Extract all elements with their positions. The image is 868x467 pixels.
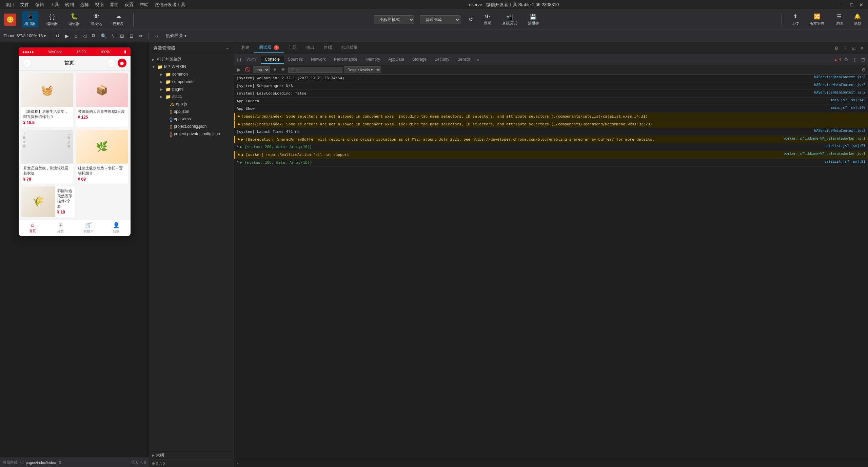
file-more-button[interactable]: ··· <box>225 45 230 51</box>
levels-select[interactable]: Default levels ▾ <box>344 66 381 73</box>
devtools-close-icon[interactable]: ✕ <box>859 45 865 52</box>
dt-tab-performance[interactable]: Performance <box>330 56 361 64</box>
bottom-nav-home[interactable]: ⌂ 首页 <box>19 222 47 234</box>
dt-sidebar-icon[interactable]: ⊡ <box>860 56 867 63</box>
expand-arrow-10[interactable]: ▶ <box>237 144 239 148</box>
mode-select[interactable]: 小程序模式 <box>374 15 414 24</box>
folder-pages[interactable]: ▶ 📁 pages <box>149 85 234 93</box>
expand-button[interactable]: ↔ <box>153 33 160 39</box>
execute-button[interactable]: ▶ <box>236 66 242 73</box>
filter-input[interactable] <box>288 67 342 73</box>
search-button[interactable]: 🔍 <box>99 33 108 39</box>
product-card-5[interactable]: 🌾 韩国制造天然香茅挂件2个装 ¥ 19 <box>21 186 75 217</box>
avatar[interactable]: 😊 <box>4 14 16 26</box>
log-source-1[interactable]: WAServiceMainContext.js:2 <box>814 75 865 79</box>
phone-record-button[interactable]: ⬤ <box>118 59 126 67</box>
log-source-8[interactable]: WAServiceMainContext.js:2 <box>814 129 865 133</box>
cloud-button[interactable]: ☁ 云开发 <box>110 11 126 28</box>
cache-button[interactable]: 💾 清缓存 <box>525 12 542 27</box>
layout-button[interactable]: ⊟ <box>128 33 135 39</box>
file-project-config[interactable]: {} project.config.json <box>149 123 234 130</box>
dt-tab-console[interactable]: Console <box>261 56 284 64</box>
menu-item-project[interactable]: 项目 <box>3 1 17 8</box>
menu-item-help[interactable]: 帮助 <box>137 1 151 8</box>
play-button[interactable]: ▶ <box>64 33 70 39</box>
log-source-2[interactable]: WAServiceMainContext.js:2 <box>814 83 865 87</box>
home-button[interactable]: ⌂ <box>73 33 78 39</box>
console-settings-icon[interactable]: ⚙ <box>862 67 866 73</box>
devtools-expand-icon[interactable]: ⊡ <box>850 45 857 52</box>
rotate-button[interactable]: ↺ <box>54 33 61 39</box>
minimize-button[interactable]: ─ <box>838 1 846 9</box>
log-source-5[interactable]: main.js? [sm]:148 <box>831 106 865 109</box>
menu-item-view[interactable]: 视图 <box>92 1 106 8</box>
dt-tab-more[interactable]: » <box>474 56 482 63</box>
dt-tab-security[interactable]: Security <box>431 56 453 64</box>
copy-button[interactable]: ⧉ <box>91 32 97 39</box>
compile-button[interactable]: ↺ <box>466 15 476 24</box>
dt-tab-network[interactable]: Network <box>307 56 330 64</box>
copy-path-icon[interactable]: ⧉ <box>59 460 61 465</box>
tab-output[interactable]: 输出 <box>301 43 319 53</box>
product-card-2[interactable]: 📦 带滚轮的大容量整理箱2只装 ¥ 125 <box>76 73 128 127</box>
expand-arrow-12[interactable]: ▶ <box>237 160 239 163</box>
open-editors-section[interactable]: ▶ 打开的编辑器 <box>149 56 234 63</box>
project-section[interactable]: ▼ 📁 MP-WEIXIN <box>149 63 234 70</box>
menu-item-wechat[interactable]: 微信开发者工具 <box>152 1 188 8</box>
upload-button[interactable]: ⬆ 上传 <box>789 12 802 27</box>
bottom-nav-category[interactable]: ⊞ 分类 <box>46 222 75 234</box>
file-appjs[interactable]: JS app.js <box>149 100 234 108</box>
product-card-4[interactable]: 🌿 硅藻土吸水地垫＋皂托＋置物托组合 ¥ 69 <box>76 130 128 184</box>
menu-item-edit[interactable]: 编辑 <box>33 1 47 8</box>
visualize-button[interactable]: 👁 可视化 <box>88 12 104 28</box>
log-source-9[interactable]: worker.js?libName=WA_celerateWorker.js:1 <box>784 137 865 140</box>
debugger-button[interactable]: 🐛 调试器 <box>66 11 82 28</box>
maximize-button[interactable]: □ <box>848 1 856 9</box>
dt-more-icon[interactable]: ⋮ <box>851 56 859 63</box>
eye-filter-icon[interactable]: 👁 <box>280 66 287 73</box>
bottom-nav-cart[interactable]: 🛒 购物车 <box>75 222 103 234</box>
version-button[interactable]: 🔀 版本管理 <box>807 12 827 27</box>
product-card-1[interactable]: 🧺 【新疆棉】居家生活美学，阿瓦提长绒棉毛巾 ¥ 18.5 <box>21 73 73 127</box>
dt-tab-wxml[interactable]: Wxml <box>242 56 261 64</box>
dt-settings-icon[interactable]: ⚙ <box>843 56 850 63</box>
log-source-11[interactable]: worker.js?libName=WA_celerateWorker.js:1 <box>784 152 865 156</box>
inspect-icon[interactable]: ⊡ <box>235 56 242 63</box>
log-source-4[interactable]: main.js? [sm]:145 <box>831 98 865 102</box>
file-appjson[interactable]: {} app.json <box>149 108 234 115</box>
tab-debugger[interactable]: 调试器 4 <box>254 43 284 53</box>
menu-item-interface[interactable]: 界面 <box>107 1 121 8</box>
bottom-nav-mine[interactable]: 👤 我的 <box>102 222 131 234</box>
compile-select[interactable]: 普通编译 <box>420 15 460 24</box>
folder-static[interactable]: ▶ 📁 static <box>149 93 234 100</box>
simulator-button[interactable]: 📱 模拟器 <box>22 11 38 28</box>
dt-tab-storage[interactable]: Storage <box>408 56 431 64</box>
close-button[interactable]: ✕ <box>857 1 865 9</box>
phone-menu-button[interactable]: ··· <box>23 59 32 67</box>
preview-button[interactable]: 👁 预览 <box>481 12 494 27</box>
paint-button[interactable]: ✏ <box>138 33 144 39</box>
dt-tab-appdata[interactable]: AppData <box>384 56 408 64</box>
grid-button[interactable]: ⊞ <box>119 33 125 39</box>
folder-common[interactable]: ▶ 📁 common <box>149 70 234 78</box>
devtools-more-icon[interactable]: ⋮ <box>842 45 849 52</box>
tab-build[interactable]: 构建 <box>237 43 254 53</box>
folder-components[interactable]: ▶ 📁 components <box>149 78 234 85</box>
tab-terminal[interactable]: 终端 <box>319 43 337 53</box>
editor-button[interactable]: { } 编辑器 <box>44 12 60 28</box>
message-button[interactable]: 🔔 消息 <box>851 12 864 27</box>
context-select[interactable]: top <box>253 66 270 73</box>
menu-item-file[interactable]: 文件 <box>18 1 32 8</box>
menu-item-select[interactable]: 选择 <box>77 1 92 8</box>
devtools-settings-icon[interactable]: ⚙ <box>833 45 840 52</box>
file-project-private-config[interactable]: {} project.private.config.json <box>149 130 234 138</box>
dt-tab-sources[interactable]: Sources <box>284 56 307 64</box>
tab-problems[interactable]: 问题 <box>284 43 301 53</box>
branch-button[interactable]: ⑂ <box>111 33 116 39</box>
console-input[interactable] <box>239 461 865 465</box>
log-source-3[interactable]: WAServiceMainContext.js:2 <box>814 90 865 94</box>
detail-button[interactable]: ☰ 详情 <box>833 12 846 27</box>
back-button[interactable]: ◁ <box>81 33 88 39</box>
tab-code-quality[interactable]: 代码质量 <box>337 43 362 53</box>
menu-item-tools[interactable]: 工具 <box>47 1 62 8</box>
